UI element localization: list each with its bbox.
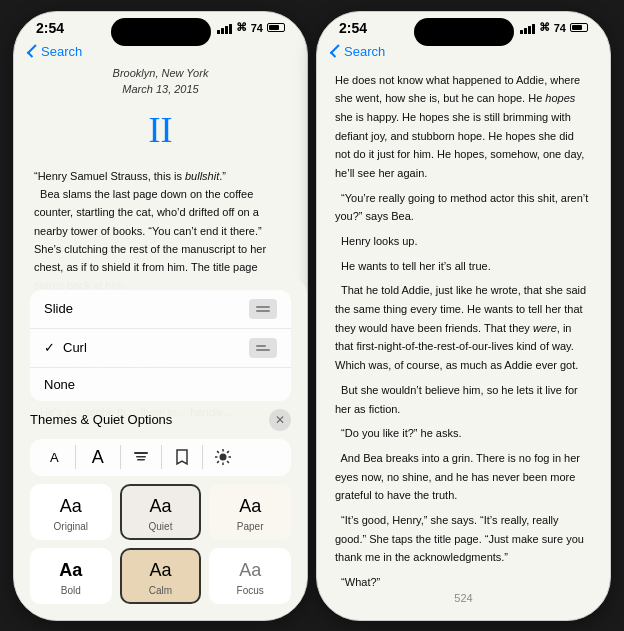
slide-icon-lines <box>256 306 270 312</box>
font-separator-1 <box>75 445 76 469</box>
none-label: None <box>44 377 75 392</box>
theme-original-label: Original <box>40 521 102 532</box>
theme-paper-label: Paper <box>219 521 281 532</box>
back-chevron-right <box>330 44 343 57</box>
svg-rect-2 <box>137 459 145 461</box>
signal-bar-r4 <box>532 24 535 34</box>
right-para-9: “It’s good, Henry,” she says. “It’s real… <box>335 511 592 567</box>
back-button-left[interactable]: Search <box>30 44 82 59</box>
font-increase-button[interactable]: A <box>84 445 112 470</box>
page-number: 524 <box>454 592 472 604</box>
theme-bold-sample: Aa <box>40 560 102 581</box>
right-para-3: Henry looks up. <box>335 232 592 251</box>
status-icons-right: ⌘ 74 <box>520 21 588 34</box>
font-controls: A A <box>30 439 291 476</box>
font-family-svg <box>132 448 150 466</box>
theme-quiet[interactable]: Aa Quiet <box>120 484 202 540</box>
slide-options: Slide ✓ Curl <box>30 290 291 401</box>
signal-bar-3 <box>225 26 228 34</box>
phones-container: 2:54 ⌘ 74 Search <box>13 11 611 621</box>
theme-calm-sample: Aa <box>130 560 192 581</box>
font-family-icon[interactable] <box>129 445 153 469</box>
curl-line-1 <box>256 345 266 347</box>
theme-grid: Aa Original Aa Quiet Aa Paper Aa Bold Aa <box>30 484 291 604</box>
signal-bars-right <box>520 22 535 34</box>
slide-label: Slide <box>44 301 73 316</box>
back-label-left: Search <box>41 44 82 59</box>
theme-calm[interactable]: Aa Calm <box>120 548 202 604</box>
svg-line-11 <box>217 461 219 463</box>
status-bar-left: 2:54 ⌘ 74 <box>14 12 307 40</box>
svg-line-10 <box>227 451 229 453</box>
battery-level-left: 74 <box>251 22 263 34</box>
font-separator-4 <box>202 445 203 469</box>
bookmark-svg <box>175 448 189 466</box>
slide-option-none[interactable]: None <box>30 368 291 401</box>
themes-header: Themes & Quiet Options ✕ <box>30 409 291 431</box>
svg-line-8 <box>217 451 219 453</box>
chapter-location: Brooklyn, New YorkMarch 13, 2015 <box>34 65 287 98</box>
book-content-right: He does not know what happened to Addie,… <box>317 65 610 603</box>
theme-focus-sample: Aa <box>219 560 281 581</box>
svg-line-9 <box>227 461 229 463</box>
theme-focus-label: Focus <box>219 585 281 596</box>
theme-focus[interactable]: Aa Focus <box>209 548 291 604</box>
theme-bold-label: Bold <box>40 585 102 596</box>
curl-line-2 <box>256 349 270 351</box>
theme-original-sample: Aa <box>40 496 102 517</box>
slide-line-1 <box>256 306 270 308</box>
status-icons-left: ⌘ 74 <box>217 21 285 34</box>
slide-line-2 <box>256 310 270 312</box>
battery-fill-right <box>572 25 582 30</box>
dynamic-island-right <box>414 18 514 46</box>
slide-option-slide[interactable]: Slide <box>30 290 291 329</box>
dynamic-island-left <box>111 18 211 46</box>
battery-fill-left <box>269 25 279 30</box>
close-button[interactable]: ✕ <box>269 409 291 431</box>
theme-bold[interactable]: Aa Bold <box>30 548 112 604</box>
svg-point-3 <box>219 454 226 461</box>
battery-icon-right <box>570 23 588 32</box>
back-label-right: Search <box>344 44 385 59</box>
theme-paper[interactable]: Aa Paper <box>209 484 291 540</box>
signal-bar-2 <box>221 28 224 34</box>
brightness-icon[interactable] <box>211 445 235 469</box>
curl-icon-lines <box>256 345 270 351</box>
curl-label: Curl <box>63 340 87 355</box>
signal-bar-1 <box>217 30 220 34</box>
wifi-icon-right: ⌘ <box>539 21 550 34</box>
signal-bars-left <box>217 22 232 34</box>
right-para-10: “What?” <box>335 573 592 592</box>
signal-bar-r1 <box>520 30 523 34</box>
book-para-1: “Henry Samuel Strauss, this is bullshit.… <box>34 167 287 185</box>
font-separator-2 <box>120 445 121 469</box>
signal-bar-r3 <box>528 26 531 34</box>
signal-bar-r2 <box>524 28 527 34</box>
left-phone: 2:54 ⌘ 74 Search <box>13 11 308 621</box>
right-para-8: And Bea breaks into a grin. There is no … <box>335 449 592 505</box>
font-decrease-button[interactable]: A <box>42 448 67 467</box>
back-button-right[interactable]: Search <box>333 44 385 59</box>
curl-icon <box>249 338 277 358</box>
font-separator-3 <box>161 445 162 469</box>
overlay-panel: Slide ✓ Curl <box>14 278 307 620</box>
time-right: 2:54 <box>339 20 367 36</box>
font-bookmark-icon[interactable] <box>170 445 194 469</box>
right-para-7: “Do you like it?” he asks. <box>335 424 592 443</box>
status-bar-right: 2:54 ⌘ 74 <box>317 12 610 40</box>
wifi-icon-left: ⌘ <box>236 21 247 34</box>
right-para-1: He does not know what happened to Addie,… <box>335 71 592 183</box>
svg-rect-0 <box>134 452 148 454</box>
curl-checkmark: ✓ <box>44 340 55 355</box>
theme-original[interactable]: Aa Original <box>30 484 112 540</box>
chapter-numeral: II <box>34 102 287 160</box>
svg-rect-1 <box>136 456 146 458</box>
battery-icon-left <box>267 23 285 32</box>
theme-paper-sample: Aa <box>219 496 281 517</box>
brightness-svg <box>214 448 232 466</box>
slide-option-curl[interactable]: ✓ Curl <box>30 329 291 368</box>
signal-bar-4 <box>229 24 232 34</box>
time-left: 2:54 <box>36 20 64 36</box>
right-para-5: That he told Addie, just like he wrote, … <box>335 281 592 374</box>
right-para-2: “You’re really going to method actor thi… <box>335 189 592 226</box>
